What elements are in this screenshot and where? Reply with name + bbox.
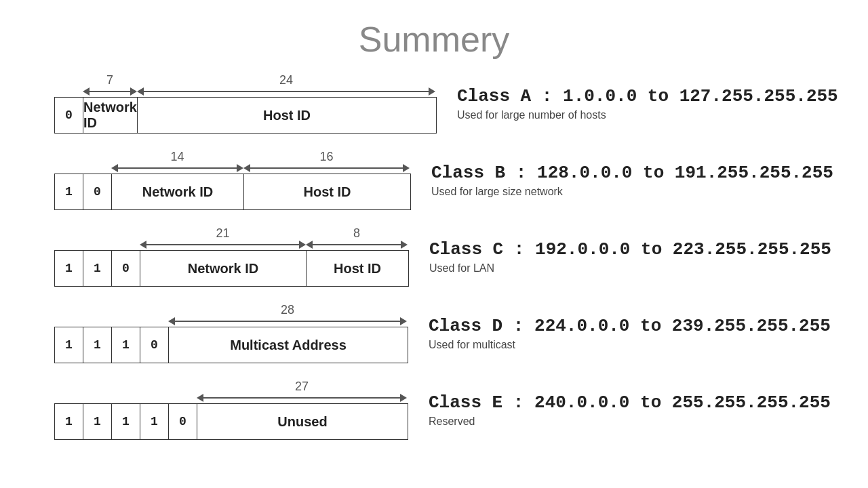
class-c-title: Class C : 192.0.0.0 to 223.255.255.255 [429,239,831,260]
class-a-info: Class A : 1.0.0.0 to 127.255.255.255 Use… [457,86,838,121]
class-c-bit-0: 0 [112,251,140,286]
class-b-net-arrow-group: 14 [111,150,243,172]
class-d-bit-1a: 1 [55,327,83,363]
class-e-bit-0: 0 [169,404,197,439]
class-e-bit-1a: 1 [55,404,83,439]
class-d-bits: 28 [281,303,294,317]
class-c-boxes: 1 1 0 Network ID Host ID [54,250,409,287]
arrow-head-left [140,241,146,249]
class-e-title: Class E : 240.0.0.0 to 255.255.255.255 [429,392,831,413]
class-a-host-bits: 24 [279,73,293,87]
class-b-host-bits: 16 [319,150,333,164]
arrow-head-left [83,87,90,96]
class-a-bit-0: 0 [55,98,83,133]
class-b-bit-1: 1 [55,174,83,209]
class-d-diagram: 28 1 1 1 0 Multicast Address [54,303,408,363]
arrow-head-right [400,394,407,402]
arrow-head-right [130,87,137,96]
class-a-net-arrow-group: 7 [83,73,137,96]
class-e-bit-1d: 1 [140,404,169,439]
class-c-host-bits: 8 [353,226,360,241]
class-e-row: 27 1 1 1 1 0 Unused Class E : 240.0.0.0 … [54,380,868,440]
class-c-net-arrow-group: 21 [140,226,306,249]
class-b-info: Class B : 128.0.0.0 to 191.255.255.255 U… [431,163,833,198]
class-d-info: Class D : 224.0.0.0 to 239.255.255.255 U… [429,316,831,351]
class-a-boxes: 0 Network ID Host ID [54,97,437,134]
class-d-arrow-group: 28 [168,303,407,325]
class-d-bit-1c: 1 [112,327,140,363]
class-e-bits: 27 [295,380,309,394]
arrow-shaft [313,244,401,245]
class-d-desc: Used for multicast [429,339,831,351]
class-c-net-label: Network ID [140,251,307,286]
class-b-desc: Used for large size network [431,186,833,198]
class-e-bit-1b: 1 [83,404,112,439]
class-c-host-label: Host ID [307,251,408,286]
class-b-host-label: Host ID [244,174,410,209]
arrow-head-left [306,241,313,249]
arrow-shaft [250,167,403,169]
arrow-shaft [203,397,400,399]
class-b-net-label: Network ID [112,174,244,209]
arrow-head-right [400,317,407,325]
class-c-diagram: 21 8 1 1 [54,226,409,287]
arrow-shaft [144,91,429,92]
class-e-info: Class E : 240.0.0.0 to 255.255.255.255 R… [429,392,831,428]
class-b-title: Class B : 128.0.0.0 to 191.255.255.255 [431,163,833,183]
arrow-head-right [299,241,306,249]
class-c-desc: Used for LAN [429,262,831,274]
class-e-content-label: Unused [197,404,408,439]
class-a-net-bits: 7 [106,73,113,87]
arrow-shaft [90,91,130,92]
arrow-shaft [175,321,400,322]
class-b-row: 14 16 1 0 [54,150,868,210]
class-a-diagram: 7 24 0 [54,73,437,134]
arrow-head-left [111,164,118,172]
arrow-head-left [243,164,250,172]
arrow-head-left [168,317,175,325]
class-a-desc: Used for large number of hosts [457,109,838,121]
class-c-row: 21 8 1 1 [54,226,868,287]
class-b-boxes: 1 0 Network ID Host ID [54,174,411,210]
class-c-bit-1b: 1 [83,251,112,286]
arrow-head-right [237,164,243,172]
class-d-title: Class D : 224.0.0.0 to 239.255.255.255 [429,316,831,336]
class-e-bit-1c: 1 [112,404,140,439]
arrow-shaft [146,244,299,245]
class-d-bit-0: 0 [140,327,169,363]
class-c-host-arrow-group: 8 [306,226,408,249]
class-b-bit-0: 0 [83,174,112,209]
class-d-content-label: Multicast Address [169,327,408,363]
class-e-desc: Reserved [429,415,831,428]
class-d-boxes: 1 1 1 0 Multicast Address [54,327,408,363]
class-e-diagram: 27 1 1 1 1 0 Unused [54,380,408,440]
arrow-head-left [137,87,144,96]
class-d-row: 28 1 1 1 0 Multicast Address Class D : 2… [54,303,868,363]
class-a-host-label: Host ID [138,98,436,133]
class-d-bit-1b: 1 [83,327,112,363]
arrow-head-right [429,87,435,96]
class-e-arrow-group: 27 [197,380,407,402]
class-c-net-bits: 21 [216,226,229,241]
class-a-title: Class A : 1.0.0.0 to 127.255.255.255 [457,86,838,106]
arrow-head-left [197,394,203,402]
class-a-net-label: Network ID [83,98,138,133]
arrow-shaft [118,167,237,169]
class-b-diagram: 14 16 1 0 [54,150,411,210]
class-b-net-bits: 14 [170,150,184,164]
page-title: Summery [0,0,868,66]
class-a-host-arrow-group: 24 [137,73,435,96]
class-b-host-arrow-group: 16 [243,150,410,172]
class-e-boxes: 1 1 1 1 0 Unused [54,403,408,440]
arrow-head-right [401,241,408,249]
class-c-bit-1a: 1 [55,251,83,286]
class-a-row: 7 24 0 [54,73,868,134]
arrow-head-right [403,164,410,172]
class-c-info: Class C : 192.0.0.0 to 223.255.255.255 U… [429,239,831,274]
